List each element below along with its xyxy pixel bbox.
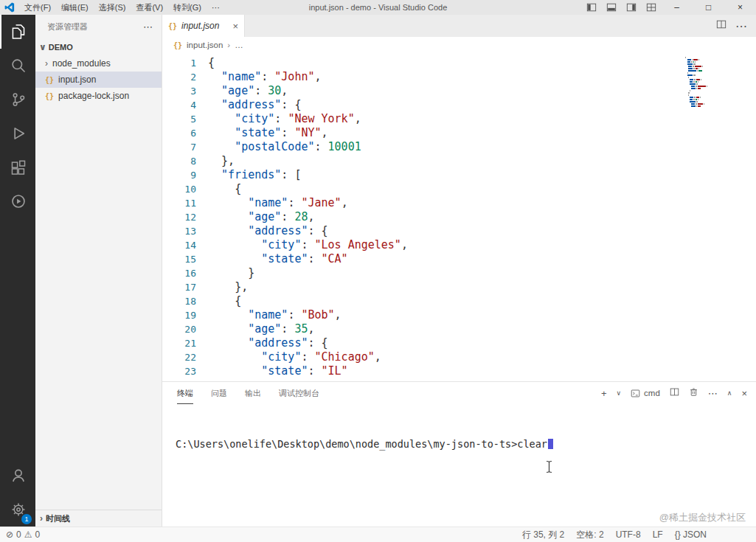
more-actions-icon[interactable]: ⋯	[735, 19, 747, 33]
code-line[interactable]: 10 {	[162, 182, 756, 196]
maximize-panel-icon[interactable]: ∧	[727, 390, 732, 397]
tab-input-json[interactable]: {} input.json ×	[162, 15, 245, 37]
status-language-mode[interactable]: {} JSON	[675, 529, 707, 540]
minimap[interactable]	[685, 57, 718, 108]
editor-code-area[interactable]: 1{2 "name": "John",3 "age": 30,4 "addres…	[162, 53, 756, 381]
code-line[interactable]: 7 "postalCode": 10001	[162, 140, 756, 154]
code-line[interactable]: 13 "address": {	[162, 224, 756, 238]
line-number: 3	[162, 84, 196, 98]
close-panel-icon[interactable]: ×	[741, 389, 747, 398]
toggle-panel-icon[interactable]	[601, 2, 621, 13]
settings-gear-icon[interactable]: 1	[0, 493, 35, 527]
code-line[interactable]: 3 "age": 30,	[162, 84, 756, 98]
code-line[interactable]: 4 "address": {	[162, 98, 756, 112]
chevron-right-icon: ›	[40, 513, 43, 524]
search-icon[interactable]	[0, 49, 35, 83]
line-text: },	[196, 280, 248, 294]
run-and-debug-icon[interactable]	[0, 117, 35, 150]
customize-layout-icon[interactable]	[641, 2, 661, 13]
split-editor-icon[interactable]	[716, 19, 726, 32]
terminal-dropdown-icon[interactable]: ∨	[616, 390, 621, 397]
panel-actions: + ∨ cmd ⋯ ∧ ×	[601, 387, 747, 399]
titlebar: 文件(F)编辑(E)选择(S)查看(V)转到(G)⋯ input.json - …	[0, 0, 756, 15]
code-line[interactable]: 5 "city": "New York",	[162, 112, 756, 126]
line-text: {	[196, 182, 241, 196]
play-circle-icon[interactable]	[0, 184, 35, 218]
code-line[interactable]: 22 "city": "Chicago",	[162, 350, 756, 364]
menu-item[interactable]: 查看(V)	[131, 2, 168, 13]
json-file-icon: {}	[168, 22, 177, 30]
sidebar-more-actions-icon[interactable]: ⋯	[143, 21, 153, 32]
status-cursor-position[interactable]: 行 35, 列 2	[522, 529, 564, 541]
activity-bar-bottom: 1	[0, 459, 35, 527]
tab-close-icon[interactable]: ×	[232, 21, 238, 32]
terminal-shell-tab[interactable]: cmd	[631, 389, 660, 398]
line-number: 6	[162, 126, 196, 140]
terminal-content[interactable]: C:\Users\onelife\Desktop\demo\node_modul…	[162, 404, 756, 527]
code-line[interactable]: 16 }	[162, 266, 756, 280]
code-line[interactable]: 20 "age": 35,	[162, 322, 756, 336]
minimize-button[interactable]: –	[661, 2, 693, 13]
line-number: 1	[162, 56, 196, 70]
menu-item[interactable]: ⋯	[207, 3, 225, 13]
error-count: 0	[16, 529, 21, 540]
toggle-sidebar-icon[interactable]	[581, 2, 601, 13]
panel-tab-output[interactable]: 输出	[245, 382, 261, 404]
code-line[interactable]: 2 "name": "John",	[162, 70, 756, 84]
toggle-secondary-sidebar-icon[interactable]	[621, 2, 641, 13]
kill-terminal-icon[interactable]	[689, 387, 698, 399]
code-line[interactable]: 1{	[162, 56, 756, 70]
line-number: 8	[162, 154, 196, 168]
status-encoding[interactable]: UTF-8	[616, 529, 641, 540]
split-terminal-icon[interactable]	[670, 387, 679, 399]
code-line[interactable]: 12 "age": 28,	[162, 210, 756, 224]
breadcrumb-separator-icon: ›	[227, 41, 230, 49]
line-text: "postalCode": 10001	[196, 140, 361, 154]
file-item-input-json[interactable]: {}input.json	[35, 72, 162, 88]
breadcrumb[interactable]: {} input.json › …	[162, 37, 756, 53]
line-text: }	[196, 266, 254, 280]
line-number: 2	[162, 70, 196, 84]
extensions-icon[interactable]	[0, 150, 35, 184]
panel-tab-terminal[interactable]: 终端	[177, 382, 193, 404]
line-number: 18	[162, 294, 196, 308]
menu-item[interactable]: 文件(F)	[19, 2, 56, 13]
timeline-section[interactable]: › 时间线	[35, 510, 162, 527]
folder-section-demo[interactable]: ∨ DEMO	[35, 39, 162, 55]
tab-bar: {} input.json × ⋯	[162, 15, 756, 37]
code-line[interactable]: 17 },	[162, 280, 756, 294]
status-eol[interactable]: LF	[653, 529, 663, 540]
explorer-icon[interactable]	[0, 15, 35, 49]
code-line[interactable]: 9 "friends": [	[162, 168, 756, 182]
maximize-button[interactable]: □	[693, 2, 724, 13]
code-line[interactable]: 21 "address": {	[162, 336, 756, 350]
code-line[interactable]: 8 },	[162, 154, 756, 168]
code-line[interactable]: 23 "state": "IL"	[162, 364, 756, 378]
vscode-window: 文件(F)编辑(E)选择(S)查看(V)转到(G)⋯ input.json - …	[0, 0, 756, 542]
code-line[interactable]: 19 "name": "Bob",	[162, 308, 756, 322]
editor-group: {} input.json × ⋯ {} input.json › … 1{2	[162, 15, 756, 527]
menu-item[interactable]: 转到(G)	[168, 2, 207, 13]
line-text: {	[196, 294, 241, 308]
code-line[interactable]: 11 "name": "Jane",	[162, 196, 756, 210]
code-line[interactable]: 18 {	[162, 294, 756, 308]
close-button[interactable]: ×	[724, 2, 756, 13]
new-terminal-icon[interactable]: +	[601, 389, 607, 398]
panel-tab-debug-console[interactable]: 调试控制台	[279, 382, 319, 404]
status-indentation[interactable]: 空格: 2	[576, 529, 603, 541]
menu-item[interactable]: 选择(S)	[94, 2, 131, 13]
code-line[interactable]: 6 "state": "NY",	[162, 126, 756, 140]
file-item-package-lock-json[interactable]: {}package-lock.json	[35, 88, 162, 104]
code-line[interactable]: 14 "city": "Los Angeles",	[162, 238, 756, 252]
code-line[interactable]: 15 "state": "CA"	[162, 252, 756, 266]
json-file-icon: {}	[173, 41, 182, 49]
source-control-icon[interactable]	[0, 83, 35, 117]
panel-tab-problems[interactable]: 问题	[211, 382, 227, 404]
menu-item[interactable]: 编辑(E)	[56, 2, 94, 13]
line-text: "address": {	[196, 98, 301, 112]
account-icon[interactable]	[0, 459, 35, 493]
line-text: "name": "Jane",	[196, 196, 348, 210]
panel-more-actions-icon[interactable]: ⋯	[708, 389, 718, 398]
file-item-node-modules[interactable]: ›node_modules	[35, 55, 162, 72]
problems-status[interactable]: ⊘ 0 ⚠ 0	[6, 529, 40, 540]
